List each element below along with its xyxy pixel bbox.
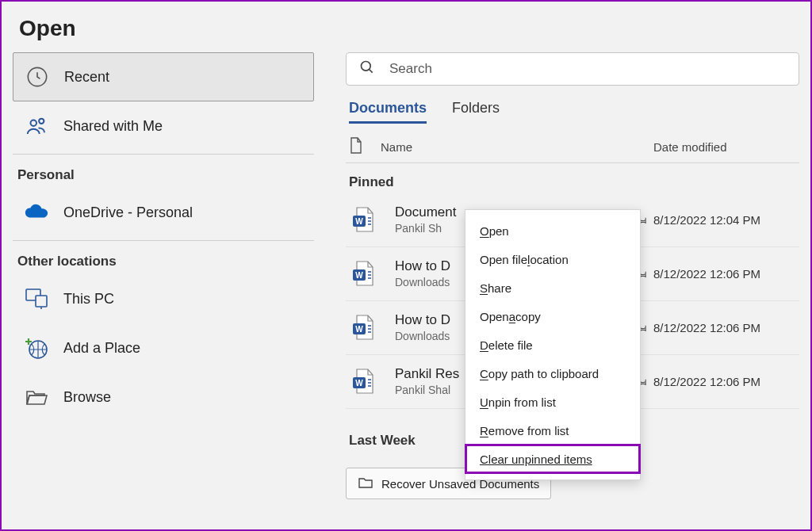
tabs: Documents Folders (349, 100, 799, 124)
onedrive-icon (24, 200, 49, 225)
context-menu-item[interactable]: Copy path to clipboard (465, 359, 640, 388)
sidebar: Recent Shared with Me Personal OneDrive … (13, 52, 314, 518)
column-header-row: Name Date modified (346, 132, 799, 163)
file-date: 8/12/2022 12:06 PM (653, 267, 796, 281)
folder-icon (358, 476, 373, 491)
section-other: Other locations (17, 254, 314, 269)
this-pc-icon (24, 286, 49, 311)
svg-point-2 (39, 119, 44, 124)
sidebar-item-addplace[interactable]: Add a Place (13, 323, 314, 372)
context-menu-item[interactable]: Share (465, 273, 640, 302)
document-icon (349, 137, 363, 157)
column-date[interactable]: Date modified (653, 140, 796, 154)
context-menu-item[interactable]: Delete file (465, 330, 640, 359)
search-icon (359, 59, 375, 78)
sidebar-item-browse[interactable]: Browse (13, 372, 314, 422)
svg-text:W: W (355, 379, 363, 388)
divider (13, 154, 314, 155)
tab-folders[interactable]: Folders (452, 100, 500, 124)
word-doc-icon: W (349, 314, 377, 342)
add-place-icon (24, 335, 49, 361)
context-menu: OpenOpen file locationShareOpen a copyDe… (465, 209, 641, 480)
sidebar-item-label: Shared with Me (63, 118, 163, 135)
file-date: 8/12/2022 12:04 PM (653, 213, 796, 227)
svg-text:W: W (355, 325, 363, 334)
file-date: 8/12/2022 12:06 PM (653, 321, 796, 334)
page-title: Open (19, 16, 799, 41)
sidebar-item-recent[interactable]: Recent (13, 52, 314, 101)
sidebar-item-thispc[interactable]: This PC (13, 274, 314, 323)
svg-text:W: W (355, 271, 363, 280)
file-date: 8/12/2022 12:06 PM (653, 375, 796, 388)
sidebar-item-label: Recent (64, 69, 109, 86)
people-icon (24, 113, 49, 139)
sidebar-item-label: This PC (63, 291, 114, 308)
search-input[interactable] (389, 61, 786, 77)
svg-rect-4 (36, 296, 47, 307)
sidebar-item-onedrive[interactable]: OneDrive - Personal (13, 188, 314, 237)
column-name[interactable]: Name (381, 140, 653, 154)
group-pinned: Pinned (349, 174, 799, 190)
svg-text:W: W (355, 217, 363, 226)
context-menu-item[interactable]: Clear unpinned items (465, 445, 640, 473)
search-box[interactable] (346, 52, 799, 86)
sidebar-item-label: Browse (63, 389, 111, 406)
context-menu-item[interactable]: Unpin from list (465, 388, 640, 416)
svg-point-6 (362, 62, 371, 71)
context-menu-item[interactable]: Open a copy (465, 302, 640, 330)
sidebar-item-shared[interactable]: Shared with Me (13, 101, 314, 151)
context-menu-item[interactable]: Open file location (465, 245, 640, 273)
section-personal: Personal (17, 167, 314, 183)
tab-documents[interactable]: Documents (349, 100, 427, 124)
word-doc-icon: W (349, 368, 377, 396)
sidebar-item-label: Add a Place (63, 340, 140, 357)
word-doc-icon: W (349, 206, 377, 235)
word-doc-icon: W (349, 260, 377, 288)
context-menu-item[interactable]: Open (465, 216, 640, 245)
folder-open-icon (24, 384, 49, 410)
context-menu-item[interactable]: Remove from list (465, 416, 640, 445)
sidebar-item-label: OneDrive - Personal (63, 204, 193, 221)
svg-point-1 (31, 120, 37, 127)
divider (13, 240, 314, 241)
clock-icon (25, 64, 50, 90)
